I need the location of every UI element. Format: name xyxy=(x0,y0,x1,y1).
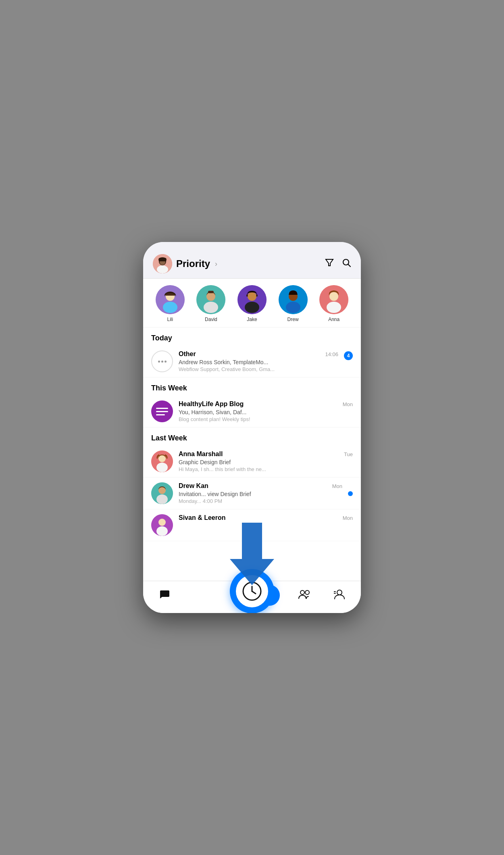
svg-line-42 xyxy=(252,591,256,594)
conv-preview: You, Harrison, Sivan, Daf... xyxy=(179,409,353,415)
conv-name: Other xyxy=(179,350,196,358)
avatar-drew-kan xyxy=(151,482,173,504)
story-item[interactable]: Drew xyxy=(273,285,314,322)
status-bar xyxy=(143,242,361,250)
conv-time: 14:06 xyxy=(325,351,338,357)
story-avatar-drew xyxy=(279,285,308,314)
list-item[interactable]: Drew Kan Mon Invitation... view Design B… xyxy=(143,478,361,509)
stories-row: Lili David xyxy=(143,279,361,327)
conv-content: Drew Kan Mon Invitation... view Design B… xyxy=(179,482,342,504)
svg-rect-28 xyxy=(156,414,165,415)
story-name-lili: Lili xyxy=(167,317,173,322)
list-item[interactable]: Sivan & Leeron Mon xyxy=(143,509,361,541)
bottom-nav xyxy=(143,581,361,613)
nav-messages[interactable] xyxy=(147,589,182,602)
svg-point-12 xyxy=(163,302,177,313)
conv-time: Mon xyxy=(343,401,353,407)
story-avatar-anna xyxy=(319,285,348,314)
conv-sub: Hi Maya, I sh... this brief with the ne.… xyxy=(179,466,353,472)
nav-groups[interactable] xyxy=(287,589,322,602)
story-avatar-jake xyxy=(237,285,267,314)
conv-content: Sivan & Leeron Mon xyxy=(179,514,353,523)
header-actions xyxy=(325,258,351,270)
section-this-week: This Week xyxy=(143,377,361,396)
story-item[interactable]: Jake xyxy=(231,285,273,322)
list-item[interactable]: Anna Marshall Tue Graphic Design Brief H… xyxy=(143,446,361,478)
svg-point-19 xyxy=(245,302,259,313)
header-left: Priority › xyxy=(153,254,217,273)
svg-point-31 xyxy=(156,463,168,472)
story-item[interactable]: David xyxy=(191,285,232,322)
conv-name: Sivan & Leeron xyxy=(179,514,225,521)
story-avatar-david xyxy=(196,285,225,314)
svg-line-9 xyxy=(348,265,351,267)
conv-name: Anna Marshall xyxy=(179,450,223,458)
conv-sub: Blog content plan! Weekly tips! xyxy=(179,416,353,422)
conv-content: Other 14:06 Andrew Ross Sorkin, Template… xyxy=(179,350,338,372)
list-item[interactable]: Other 14:06 Andrew Ross Sorkin, Template… xyxy=(143,346,361,377)
svg-point-43 xyxy=(300,590,304,594)
svg-point-34 xyxy=(156,494,168,504)
unread-badge: 4 xyxy=(344,351,353,360)
nav-contacts[interactable] xyxy=(322,589,357,602)
svg-rect-27 xyxy=(156,411,168,412)
svg-point-24 xyxy=(329,292,338,301)
content-area: Lili David xyxy=(143,279,361,581)
conv-sub: Webflow Support, Creative Boom, Gma... xyxy=(179,366,338,372)
list-item[interactable]: HealthyLife App Blog Mon You, Harrison, … xyxy=(143,396,361,428)
chevron-icon[interactable]: › xyxy=(215,260,217,268)
clock-icon-container xyxy=(236,575,268,607)
conv-content: Anna Marshall Tue Graphic Design Brief H… xyxy=(179,450,353,472)
svg-rect-26 xyxy=(156,408,168,409)
svg-point-45 xyxy=(337,590,342,595)
story-name-david: David xyxy=(205,317,217,322)
conv-time: Mon xyxy=(343,515,353,521)
conv-preview: Graphic Design Brief xyxy=(179,459,353,465)
story-item[interactable]: Lili xyxy=(150,285,191,322)
conv-name: Drew Kan xyxy=(179,482,208,490)
svg-point-44 xyxy=(305,590,309,594)
history-button[interactable] xyxy=(230,569,274,613)
svg-point-36 xyxy=(158,519,166,526)
svg-point-2 xyxy=(157,265,168,273)
svg-point-37 xyxy=(156,526,168,536)
story-name-drew: Drew xyxy=(287,317,299,322)
unread-dot xyxy=(348,491,353,496)
conv-name: HealthyLife App Blog xyxy=(179,400,244,408)
svg-rect-16 xyxy=(208,291,214,293)
section-last-week: Last Week xyxy=(143,428,361,446)
svg-point-15 xyxy=(204,302,218,313)
svg-point-22 xyxy=(286,302,300,313)
story-item[interactable]: Anna xyxy=(313,285,354,322)
avatar-anna-marshall xyxy=(151,450,173,472)
messages-icon xyxy=(159,589,170,602)
conv-right xyxy=(348,482,353,496)
user-avatar[interactable] xyxy=(153,254,172,273)
header: Priority › xyxy=(143,250,361,279)
story-name-anna: Anna xyxy=(328,317,339,322)
conv-time: Tue xyxy=(344,451,353,457)
conv-sub: Monday... 4:00 PM xyxy=(179,498,342,504)
conv-preview: Andrew Ross Sorkin, TemplateMo... xyxy=(179,359,338,365)
conv-preview: Invitation... view Design Brief xyxy=(179,491,342,497)
groups-icon xyxy=(298,589,310,602)
story-name-jake: Jake xyxy=(247,317,257,322)
conv-content: HealthyLife App Blog Mon You, Harrison, … xyxy=(179,400,353,422)
svg-marker-7 xyxy=(326,259,333,266)
avatar-sivan xyxy=(151,514,173,536)
conv-time: Mon xyxy=(332,483,342,489)
svg-point-18 xyxy=(248,292,256,301)
filter-icon[interactable] xyxy=(325,258,334,270)
contacts-icon xyxy=(334,589,345,602)
search-icon[interactable] xyxy=(342,258,351,270)
group-avatar-healthylife xyxy=(151,400,173,422)
page-title: Priority xyxy=(176,258,210,269)
story-avatar-lili xyxy=(156,285,185,314)
group-avatar xyxy=(151,350,173,372)
phone-frame: Priority › xyxy=(143,242,361,613)
svg-point-25 xyxy=(327,302,341,313)
section-today: Today xyxy=(143,327,361,346)
